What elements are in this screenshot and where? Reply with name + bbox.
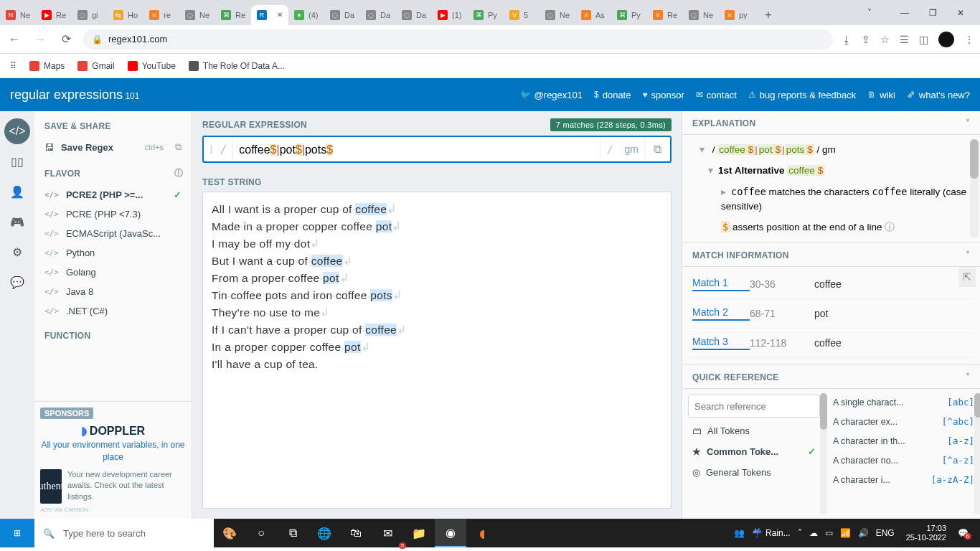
back-button[interactable]: ← bbox=[6, 33, 23, 46]
bookmark-item[interactable]: The Role Of Data A... bbox=[189, 61, 285, 71]
bookmark-item[interactable]: Maps bbox=[29, 61, 65, 71]
tray-onedrive-icon[interactable]: ☁ bbox=[809, 528, 818, 538]
tb-explorer-icon[interactable]: 📁 bbox=[403, 519, 435, 547]
tray-clock[interactable]: 17:03 25-10-2022 bbox=[902, 524, 951, 542]
flavor-item[interactable]: </>PCRE2 (PHP >=...✓ bbox=[34, 185, 192, 204]
close-window-button[interactable]: ✕ bbox=[954, 5, 967, 21]
quick-ref-group[interactable]: ◎General Tokens bbox=[688, 462, 820, 483]
minimize-button[interactable]: — bbox=[897, 5, 912, 21]
browser-tab[interactable]: ◌Ne bbox=[540, 5, 575, 25]
maximize-button[interactable]: ❐ bbox=[926, 5, 940, 21]
tray-lang[interactable]: ENG bbox=[876, 528, 895, 538]
profile-avatar[interactable] bbox=[938, 32, 954, 47]
browser-tab[interactable]: ≡Re bbox=[647, 5, 683, 25]
sponsor-carbon[interactable]: Authentic Your new development career aw… bbox=[40, 469, 186, 504]
header-link[interactable]: ✉contact bbox=[696, 90, 737, 100]
copy-icon[interactable]: ⧉ bbox=[175, 141, 182, 153]
browser-tab[interactable]: ◌Ne bbox=[683, 5, 719, 25]
header-link[interactable]: ♥sponsor bbox=[642, 90, 684, 100]
browser-tab[interactable]: ⇆Ho bbox=[108, 5, 143, 25]
header-link[interactable]: 🗞what's new? bbox=[907, 90, 970, 100]
quick-ref-token[interactable]: A character no...[^a-z] bbox=[830, 451, 977, 469]
quick-ref-token[interactable]: A character i...[a-zA-Z] bbox=[830, 471, 977, 489]
browser-tab[interactable]: ◌gi bbox=[72, 5, 108, 25]
new-tab-button[interactable]: + bbox=[759, 6, 778, 24]
flavor-item[interactable]: </>Java 8 bbox=[34, 282, 192, 301]
tb-store-icon[interactable]: 🛍 bbox=[340, 519, 372, 547]
quick-ref-group[interactable]: 🗃All Tokens bbox=[688, 420, 820, 441]
export-matches-icon[interactable]: ⇱ bbox=[958, 267, 976, 287]
sponsor-doppler[interactable]: ◗DOPPLER All your environment variables,… bbox=[40, 423, 186, 463]
match-row[interactable]: Match 130-36coffee bbox=[688, 270, 974, 299]
taskbar-search[interactable]: 🔍 Type here to search bbox=[34, 519, 214, 547]
reload-button[interactable]: ⟳ bbox=[57, 32, 75, 46]
apps-button[interactable]: ⠿ bbox=[10, 61, 17, 71]
browser-tab[interactable]: ▶Re bbox=[36, 5, 72, 25]
tray-meet-icon[interactable]: ▭ bbox=[825, 528, 833, 538]
tray-overflow-icon[interactable]: ˄ bbox=[798, 528, 802, 538]
browser-tab[interactable]: ≡py bbox=[719, 5, 755, 25]
quick-ref-group[interactable]: ★Common Toke...✓ bbox=[688, 441, 820, 462]
rail-chat-icon[interactable]: 💬 bbox=[4, 269, 30, 295]
install-app-icon[interactable]: ⭳ bbox=[842, 34, 852, 45]
browser-tab[interactable]: ●(4) bbox=[288, 5, 324, 25]
rail-quiz-icon[interactable]: 🎮 bbox=[4, 209, 30, 235]
browser-tab[interactable]: ◌Da bbox=[396, 5, 432, 25]
collapse-match-icon[interactable]: ˅ bbox=[966, 250, 970, 260]
tray-wifi-icon[interactable]: 📶 bbox=[840, 528, 851, 538]
save-regex-button[interactable]: 🖫 Save Regex ctrl+s ⧉ bbox=[34, 137, 192, 157]
quick-tokens-scrollbar[interactable] bbox=[974, 393, 980, 514]
tb-taskview-icon[interactable]: ⧉ bbox=[277, 519, 308, 547]
tb-jupyter-icon[interactable]: ◖ bbox=[466, 519, 498, 547]
bookmark-item[interactable]: Gmail bbox=[77, 61, 114, 71]
bookmark-item[interactable]: YouTube bbox=[128, 61, 176, 71]
app-logo[interactable]: regular expressions 101 bbox=[10, 88, 139, 103]
flavor-item[interactable]: </>ECMAScript (JavaSc... bbox=[34, 224, 192, 243]
chrome-menu-icon[interactable]: ⋮ bbox=[964, 34, 974, 45]
browser-tab[interactable]: ◌Da bbox=[324, 5, 360, 25]
collapse-explanation-icon[interactable]: ˅ bbox=[966, 118, 970, 128]
tb-edge-icon[interactable]: 🌐 bbox=[308, 519, 340, 547]
share-icon[interactable]: ⇪ bbox=[862, 34, 870, 45]
rail-account-icon[interactable]: 👤 bbox=[4, 179, 30, 204]
test-string-input[interactable]: All·I·want·is·a·proper·cup·of·coffee↲Mad… bbox=[202, 192, 672, 509]
regex-options-icon[interactable]: ⁞ / bbox=[204, 137, 233, 161]
flavor-item[interactable]: </>.NET (C#) bbox=[34, 301, 192, 321]
browser-tab[interactable]: ≡As bbox=[575, 5, 611, 25]
tray-volume-icon[interactable]: 🔊 bbox=[858, 528, 869, 538]
browser-tab[interactable]: ⌘Re bbox=[215, 5, 251, 25]
copy-regex-button[interactable]: ⧉ bbox=[644, 137, 670, 161]
collapse-quick-icon[interactable]: ˅ bbox=[966, 372, 970, 382]
rail-regex-icon[interactable]: </> bbox=[4, 118, 30, 144]
flavor-item[interactable]: </>PCRE (PHP <7.3) bbox=[34, 204, 192, 224]
header-link[interactable]: 🐦@regex101 bbox=[520, 90, 583, 100]
browser-tab[interactable]: ⌘Py bbox=[611, 5, 647, 25]
browser-tab[interactable]: Rre✕ bbox=[251, 5, 288, 25]
tb-mail-icon[interactable]: ✉ bbox=[372, 519, 403, 547]
start-button[interactable]: ⊞ bbox=[0, 519, 34, 547]
help-icon[interactable]: ⓘ bbox=[885, 222, 895, 232]
rail-settings-icon[interactable]: ⚙ bbox=[4, 239, 30, 265]
match-row[interactable]: Match 3112-118coffee bbox=[688, 329, 974, 358]
quick-ref-token[interactable]: A character in th...[a-z] bbox=[830, 432, 977, 450]
expand-icon[interactable]: ▾ bbox=[699, 143, 707, 157]
match-row[interactable]: Match 268-71pot bbox=[688, 299, 974, 329]
browser-tab[interactable]: NNe bbox=[0, 5, 36, 25]
tray-people-icon[interactable]: 👥 bbox=[734, 528, 745, 538]
regex-input[interactable]: coffee$|pot$|pots$ bbox=[233, 143, 600, 156]
close-tab-icon[interactable]: ✕ bbox=[275, 9, 284, 20]
side-panel-icon[interactable]: ◫ bbox=[919, 34, 928, 45]
flavor-item[interactable]: </>Python bbox=[34, 243, 192, 263]
browser-tab[interactable]: ◌Ne bbox=[179, 5, 215, 25]
tb-news-icon[interactable]: 🎨 bbox=[214, 519, 245, 547]
browser-tab[interactable]: ▶(1) bbox=[432, 5, 468, 25]
header-link[interactable]: ⚠bug reports & feedback bbox=[748, 90, 856, 100]
quick-ref-token[interactable]: A character ex...[^abc] bbox=[830, 413, 977, 430]
browser-tab[interactable]: ◌Da bbox=[360, 5, 396, 25]
header-link[interactable]: 🗎wiki bbox=[867, 90, 895, 100]
flavor-item[interactable]: </>Golang bbox=[34, 263, 192, 282]
rail-library-icon[interactable]: ▯▯ bbox=[4, 149, 30, 174]
tb-chrome-icon[interactable]: ◉ bbox=[435, 519, 466, 547]
regex-flags[interactable]: gm bbox=[619, 143, 644, 155]
browser-tab[interactable]: ⌘Py bbox=[468, 5, 504, 25]
